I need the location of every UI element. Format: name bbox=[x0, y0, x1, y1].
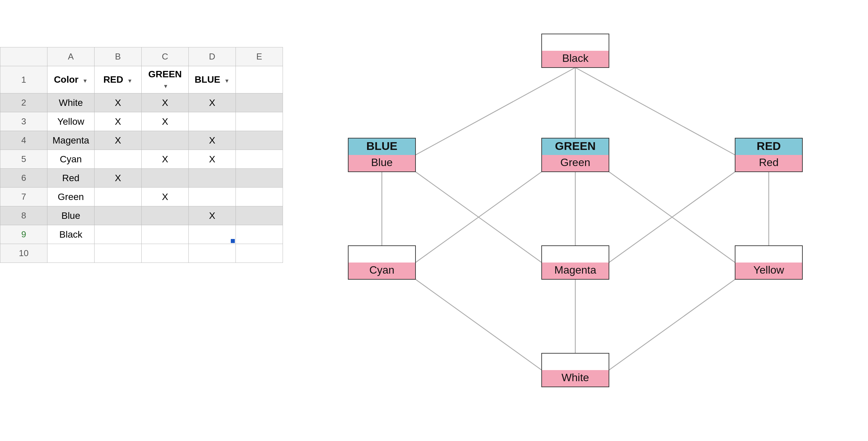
node-cyan-label: Cyan bbox=[369, 264, 395, 276]
cell-cyan-blue: X bbox=[189, 150, 236, 169]
node-blue-top-label: BLUE bbox=[366, 139, 398, 152]
cell-blue-green bbox=[142, 206, 189, 225]
cell-e-3 bbox=[236, 112, 283, 131]
col-d-header: D bbox=[189, 47, 236, 66]
cell-black-green bbox=[142, 225, 189, 244]
row-num-4: 4 bbox=[0, 131, 48, 150]
node-white-label: White bbox=[561, 371, 589, 383]
cell-cyan-green: X bbox=[142, 150, 189, 169]
cell-cyan-red bbox=[95, 150, 142, 169]
node-yellow-label: Yellow bbox=[753, 264, 784, 276]
cell-white-red: X bbox=[95, 94, 142, 112]
row-num-5: 5 bbox=[0, 150, 48, 169]
filter-arrow-d[interactable]: ▼ bbox=[224, 78, 230, 84]
cell-yellow-green: X bbox=[142, 112, 189, 131]
cell-color-green: Green bbox=[48, 188, 95, 206]
cell-10-b bbox=[95, 244, 142, 263]
cell-white-blue: X bbox=[189, 94, 236, 112]
col-c-header: C bbox=[142, 47, 189, 66]
table-row: 7 Green X bbox=[0, 188, 283, 206]
cell-yellow-red: X bbox=[95, 112, 142, 131]
cell-color-black: Black bbox=[48, 225, 95, 244]
cell-white-green: X bbox=[142, 94, 189, 112]
diagram-panel: Black BLUE Blue GREEN Green RED Red bbox=[283, 0, 868, 441]
cell-10-e bbox=[236, 244, 283, 263]
cell-magenta-green bbox=[142, 131, 189, 150]
col-a-label: Color ▼ bbox=[48, 66, 95, 94]
cell-e-9 bbox=[236, 225, 283, 244]
node-green: GREEN Green bbox=[542, 138, 609, 172]
node-yellow: Yellow bbox=[735, 246, 802, 279]
node-red-top-label: RED bbox=[757, 139, 781, 152]
node-white-top bbox=[542, 353, 609, 370]
cell-green-blue bbox=[189, 188, 236, 206]
filter-arrow-b[interactable]: ▼ bbox=[127, 78, 132, 84]
cell-green-red bbox=[95, 188, 142, 206]
row-num-6: 6 bbox=[0, 169, 48, 188]
cell-blue-blue: X bbox=[189, 206, 236, 225]
edge-yellow-white bbox=[609, 279, 735, 370]
col-b-label: RED ▼ bbox=[95, 66, 142, 94]
row-num-3: 3 bbox=[0, 112, 48, 131]
table-row: 8 Blue X bbox=[0, 206, 283, 225]
row-num-8: 8 bbox=[0, 206, 48, 225]
filter-arrow-c[interactable]: ▼ bbox=[163, 83, 168, 89]
row-num-9: 9 bbox=[0, 225, 48, 244]
cell-black-blue bbox=[189, 225, 236, 244]
cell-magenta-blue: X bbox=[189, 131, 236, 150]
cell-10-a bbox=[48, 244, 95, 263]
col-a-header: A bbox=[48, 47, 95, 66]
node-green-top-label: GREEN bbox=[555, 139, 596, 152]
node-yellow-top bbox=[736, 246, 802, 263]
cell-red-red: X bbox=[95, 169, 142, 188]
cell-color-white: White bbox=[48, 94, 95, 112]
cell-e-5 bbox=[236, 150, 283, 169]
col-c-label: GREEN ▼ bbox=[142, 66, 189, 94]
row-num-1: 1 bbox=[0, 66, 48, 94]
cell-green-green: X bbox=[142, 188, 189, 206]
row-num-7: 7 bbox=[0, 188, 48, 206]
header-data-row: 1 Color ▼ RED ▼ GREEN ▼ BLUE ▼ bbox=[0, 66, 283, 94]
row-num-2: 2 bbox=[0, 94, 48, 112]
node-red: RED Red bbox=[735, 138, 802, 172]
node-blue: BLUE Blue bbox=[348, 138, 415, 172]
node-cyan: Cyan bbox=[348, 246, 415, 279]
lattice-diagram: Black BLUE Blue GREEN Green RED Red bbox=[289, 10, 861, 431]
filter-arrow-a[interactable]: ▼ bbox=[83, 78, 88, 84]
cell-color-blue: Blue bbox=[48, 206, 95, 225]
table-row: 6 Red X bbox=[0, 169, 283, 188]
cell-10-d bbox=[189, 244, 236, 263]
col-d-label: BLUE ▼ bbox=[189, 66, 236, 94]
node-cyan-top bbox=[348, 246, 415, 263]
cell-e-8 bbox=[236, 206, 283, 225]
cell-e-6 bbox=[236, 169, 283, 188]
node-black: Black bbox=[542, 34, 609, 68]
node-red-bottom-label: Red bbox=[759, 156, 779, 168]
cell-yellow-blue bbox=[189, 112, 236, 131]
table-row: 4 Magenta X X bbox=[0, 131, 283, 150]
node-black-top bbox=[542, 34, 609, 51]
edge-cyan-white bbox=[415, 279, 542, 370]
cell-black-red bbox=[95, 225, 142, 244]
corner-header bbox=[0, 47, 48, 66]
table-row: 10 bbox=[0, 244, 283, 263]
node-blue-bottom-label: Blue bbox=[371, 156, 393, 168]
cell-e-4 bbox=[236, 131, 283, 150]
cell-color-cyan: Cyan bbox=[48, 150, 95, 169]
table-row: 9 Black bbox=[0, 225, 283, 244]
row-num-10: 10 bbox=[0, 244, 48, 263]
col-b-header: B bbox=[95, 47, 142, 66]
cell-red-blue bbox=[189, 169, 236, 188]
col-e-header: E bbox=[236, 47, 283, 66]
cell-magenta-red: X bbox=[95, 131, 142, 150]
node-magenta: Magenta bbox=[542, 246, 609, 279]
cell-e-7 bbox=[236, 188, 283, 206]
table-row: 3 Yellow X X bbox=[0, 112, 283, 131]
node-magenta-top bbox=[542, 246, 609, 263]
cell-color-magenta: Magenta bbox=[48, 131, 95, 150]
table-row: 5 Cyan X X bbox=[0, 150, 283, 169]
cell-color-red: Red bbox=[48, 169, 95, 188]
table-row: 2 White X X X bbox=[0, 94, 283, 112]
cell-e-2 bbox=[236, 94, 283, 112]
col-e-1 bbox=[236, 66, 283, 94]
